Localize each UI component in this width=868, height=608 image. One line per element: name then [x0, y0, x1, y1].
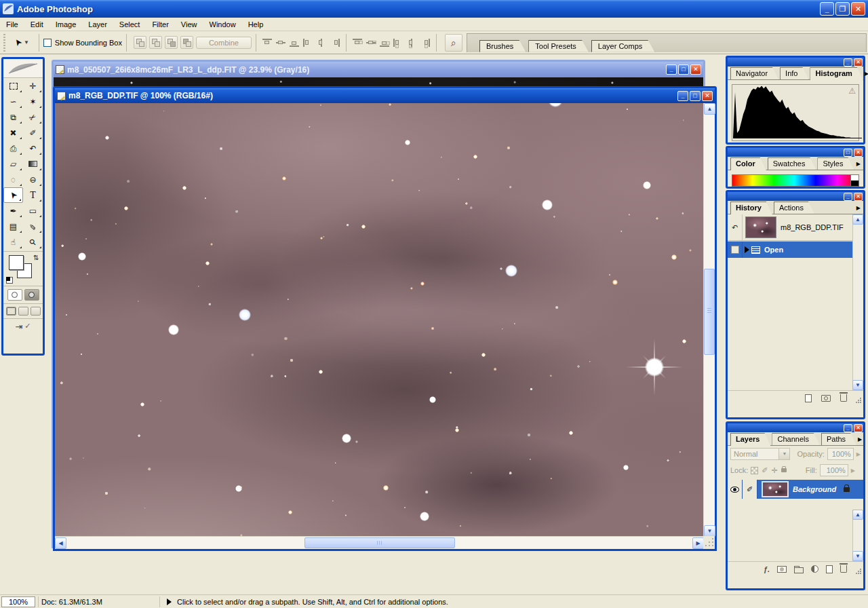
standard-mode-button[interactable] — [7, 289, 22, 301]
active-doc-minimize-button[interactable]: _ — [677, 91, 688, 101]
quick-mask-mode-button[interactable] — [24, 289, 39, 301]
palette-well-tab-brushes[interactable]: Brushes — [479, 40, 526, 52]
align-right-edges-button[interactable] — [330, 38, 340, 48]
app-close-button[interactable]: ✕ — [851, 2, 865, 16]
lock-pixels-icon[interactable]: ✐ — [762, 466, 768, 475]
tab-info[interactable]: Info — [780, 67, 808, 79]
opacity-slider-arrow-icon[interactable]: ▶ — [856, 451, 861, 457]
menu-layer[interactable]: Layer — [82, 19, 113, 30]
active-doc-maximize-button[interactable]: □ — [690, 91, 701, 101]
brush-tool[interactable]: ✐ — [23, 125, 43, 140]
magic-wand-tool[interactable]: ✶ — [23, 94, 43, 109]
window-resize-grip[interactable] — [703, 536, 715, 549]
opacity-value-box[interactable]: 100% — [827, 448, 854, 460]
tab-layers[interactable]: Layers — [730, 433, 770, 446]
menu-select[interactable]: Select — [113, 19, 146, 30]
fullscreen-with-menubar-button[interactable] — [18, 307, 28, 316]
snapshot-thumbnail[interactable] — [745, 216, 776, 238]
menu-view[interactable]: View — [175, 19, 203, 30]
nebula-image-canvas[interactable] — [55, 103, 704, 537]
document-window-rgb-tif[interactable]: m8_RGB_DDP.TIF @ 100% (RGB/16#) _ □ ✕ ▲ … — [53, 86, 717, 551]
options-bar-grip[interactable] — [2, 34, 7, 52]
new-group-button[interactable] — [794, 567, 804, 573]
subtract-shape-area-button[interactable] — [149, 36, 162, 49]
layer-style-button[interactable]: ƒ. — [764, 565, 770, 573]
layer-thumbnail[interactable] — [762, 481, 789, 497]
lock-transparency-icon[interactable] — [751, 467, 758, 474]
menu-image[interactable]: Image — [50, 19, 83, 30]
palette-menu-icon[interactable]: ▶ — [856, 161, 861, 167]
exclude-shape-areas-button[interactable] — [180, 36, 193, 49]
history-scroll-down-button[interactable]: ▼ — [852, 380, 863, 390]
palette-close-button[interactable]: ✕ — [854, 193, 863, 201]
status-menu-arrow-icon[interactable] — [167, 598, 172, 605]
history-state-pointer-icon[interactable] — [745, 246, 749, 253]
delete-state-button[interactable] — [840, 394, 847, 402]
layer-visibility-toggle[interactable] — [728, 480, 743, 499]
scroll-up-button[interactable]: ▲ — [704, 103, 715, 115]
palette-well-tab-layer-comps[interactable]: Layer Comps — [591, 40, 654, 52]
layer-name[interactable]: Background — [793, 485, 836, 493]
horizontal-scrollbar[interactable]: ◀ ▶ — [55, 536, 704, 549]
doc-size-readout[interactable]: Doc: 61.3M/61.3M — [41, 598, 157, 606]
inactive-doc-titlebar[interactable]: m8_050507_26i6x8mc26mF_LR3_L_ddp.FIT @ 2… — [54, 62, 703, 77]
intersect-shape-areas-button[interactable] — [165, 36, 178, 49]
crop-tool[interactable]: ⧉ — [3, 109, 23, 125]
history-scroll-up-button[interactable]: ▲ — [852, 214, 863, 225]
tab-channels[interactable]: Channels — [772, 433, 819, 445]
history-scrollbar[interactable]: ▲ ▼ — [852, 214, 863, 390]
distribute-top-edges-button[interactable] — [352, 38, 363, 48]
default-colors-icon[interactable] — [6, 277, 13, 284]
palette-resize-grip[interactable] — [854, 567, 863, 575]
palette-menu-icon[interactable]: ▶ — [858, 436, 862, 442]
menu-file[interactable]: File — [0, 19, 24, 30]
history-brush-tool[interactable]: ↶ — [23, 140, 43, 156]
blend-mode-dropdown[interactable]: Normal ▼ — [730, 448, 790, 460]
layers-scroll-down-button[interactable]: ▼ — [852, 551, 863, 561]
type-tool[interactable]: T — [23, 187, 43, 203]
inactive-doc-close-button[interactable]: ✕ — [690, 64, 701, 75]
healing-brush-tool[interactable]: ✚ — [3, 125, 23, 140]
tab-styles[interactable]: Styles — [817, 157, 854, 170]
pen-tool[interactable]: ✒ — [3, 203, 23, 218]
edit-in-imageready-button[interactable]: ⇥ — [15, 322, 22, 332]
history-step-open[interactable]: Open — [728, 242, 863, 258]
tab-navigator[interactable]: Navigator — [730, 67, 778, 79]
menu-window[interactable]: Window — [203, 19, 242, 30]
menu-edit[interactable]: Edit — [24, 19, 50, 30]
new-document-from-state-button[interactable] — [805, 394, 812, 402]
align-bottom-edges-button[interactable] — [289, 38, 300, 48]
horizontal-scroll-thumb[interactable] — [304, 537, 455, 548]
palette-close-button[interactable]: ✕ — [854, 149, 863, 157]
toolbox-header[interactable] — [3, 59, 43, 78]
palette-restore-button[interactable]: □ — [844, 149, 852, 157]
eraser-tool[interactable]: ▱ — [3, 156, 23, 172]
combine-button[interactable]: Combine — [196, 37, 252, 49]
black-swatch[interactable] — [850, 180, 859, 186]
standard-screen-mode-button[interactable] — [6, 307, 16, 316]
palette-minimize-button[interactable]: _ — [844, 424, 852, 432]
shape-tool[interactable]: ▭ — [23, 203, 43, 218]
distribute-left-edges-button[interactable] — [393, 38, 403, 48]
color-spectrum-ramp[interactable] — [732, 174, 859, 187]
new-snapshot-button[interactable] — [821, 395, 831, 402]
fill-slider-arrow-icon[interactable]: ▶ — [851, 468, 855, 474]
tab-history[interactable]: History — [730, 202, 772, 214]
menu-help[interactable]: Help — [242, 19, 270, 30]
move-tool[interactable]: ✛ — [23, 78, 43, 94]
hand-tool[interactable]: ☝ — [3, 234, 23, 250]
distribute-horizontal-centers-button[interactable] — [406, 38, 417, 48]
lasso-tool[interactable]: ∽ — [3, 94, 23, 109]
show-bounding-box-checkbox[interactable] — [43, 39, 52, 47]
gradient-tool[interactable] — [23, 156, 43, 172]
rectangular-marquee-tool[interactable] — [3, 78, 23, 94]
palette-titlebar[interactable]: _ ✕ — [728, 192, 863, 201]
palette-titlebar[interactable]: □ ✕ — [728, 148, 863, 157]
history-snapshot-row[interactable]: ↶ m8_RGB_DDP.TIF — [728, 214, 863, 242]
layers-scrollbar[interactable]: ▲ ▼ — [852, 510, 863, 561]
adjustment-layer-button[interactable] — [811, 565, 818, 573]
palette-close-button[interactable]: ✕ — [854, 424, 863, 432]
history-step-checkbox[interactable] — [728, 242, 743, 258]
foreground-color-swatch[interactable] — [9, 255, 24, 270]
align-left-edges-button[interactable] — [302, 38, 313, 48]
